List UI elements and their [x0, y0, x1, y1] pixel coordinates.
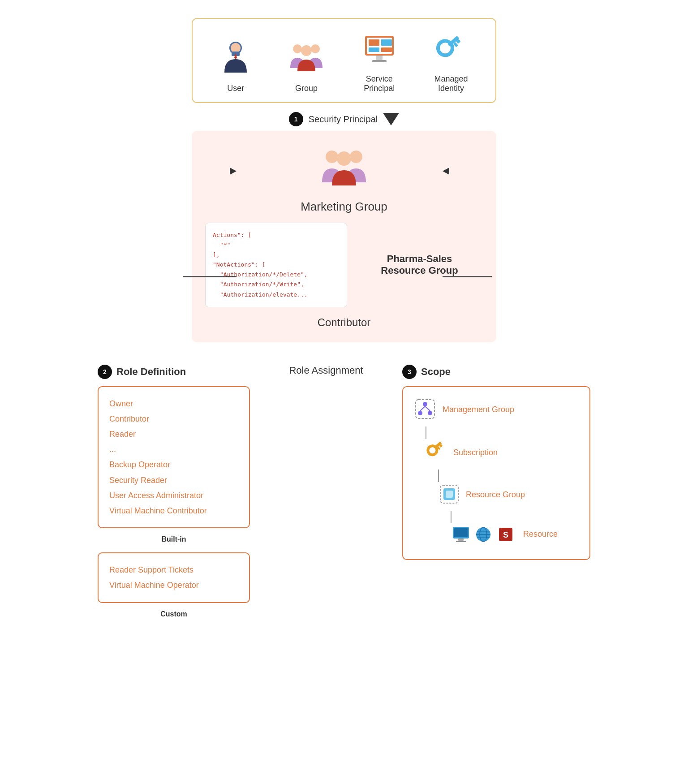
tree-line-1: [426, 426, 426, 439]
subscription-icon: [426, 441, 447, 465]
code-box: Actions": [ "*" ], "NotActions": [ "Auth…: [205, 223, 347, 307]
svg-point-23: [326, 151, 338, 163]
role-assignment-center-label: Role Assignment: [289, 365, 363, 376]
scope-title: Scope: [421, 366, 451, 378]
svg-rect-11: [369, 47, 379, 52]
tree-line-3: [451, 511, 452, 523]
management-group-label: Management Group: [443, 405, 514, 414]
marketing-group-label: Marketing Group: [301, 200, 387, 214]
svg-point-6: [301, 45, 312, 56]
role-definition-title: Role Definition: [116, 366, 186, 378]
svg-rect-38: [446, 491, 453, 498]
resource-icons: S: [452, 525, 515, 544]
principals-box: User Group: [192, 18, 496, 103]
svg-rect-12: [381, 47, 392, 52]
badge-1: 1: [289, 112, 303, 126]
down-arrow: [383, 113, 399, 125]
scope-resource-group: Resource Group: [414, 484, 579, 506]
resource-icon-globe: [474, 525, 493, 544]
role-assignment-area: Marketing Group Actions": [ "*" ], "NotA…: [192, 131, 496, 342]
custom-roles-box: Reader Support Tickets Virtual Machine O…: [98, 552, 250, 603]
principal-group: Group: [288, 39, 324, 93]
group-icon: [288, 39, 324, 79]
role-security-reader: Security Reader: [109, 473, 238, 488]
role-assignment-wrapper: Marketing Group Actions": [ "*" ], "NotA…: [98, 131, 590, 342]
group-label: Group: [295, 84, 318, 93]
svg-point-4: [293, 44, 302, 53]
svg-rect-40: [454, 528, 468, 537]
resource-label: Resource: [523, 530, 558, 539]
svg-point-27: [423, 402, 427, 406]
bottom-section: 2 Role Definition Owner Contributor Read…: [98, 365, 590, 618]
role-vm-contributor: Virtual Machine Contributor: [109, 503, 238, 518]
svg-point-24: [350, 151, 362, 163]
role-owner: Owner: [109, 396, 238, 411]
role-reader: Reader: [109, 426, 238, 442]
managed-identity-icon: [434, 32, 468, 70]
role-row: Actions": [ "*" ], "NotActions": [ "Auth…: [205, 223, 483, 307]
resource-icon-database: S: [496, 525, 515, 544]
svg-point-25: [337, 151, 351, 166]
security-principal-label: Security Principal: [309, 114, 378, 125]
resource-group-icon: [439, 484, 460, 506]
scope-box: Management Group: [402, 386, 590, 560]
principal-user: User: [220, 39, 251, 93]
role-assignment-label-column: Role Assignment: [277, 365, 375, 383]
role-definition-column: 2 Role Definition Owner Contributor Read…: [98, 365, 250, 618]
scope-column: 3 Scope Man: [402, 365, 590, 560]
managed-identity-label: Managed Identity: [434, 74, 468, 93]
role-user-access-admin: User Access Administrator: [109, 488, 238, 503]
svg-rect-13: [376, 56, 383, 60]
role-reader-support: Reader Support Tickets: [109, 562, 238, 577]
tree-line-2: [438, 470, 439, 482]
resource-icon-monitor: [452, 525, 470, 544]
principal-managed-identity: Managed Identity: [434, 32, 468, 93]
scope-management-group: Management Group: [414, 398, 579, 422]
svg-rect-9: [369, 39, 379, 46]
user-label: User: [227, 84, 244, 93]
service-principal-icon: [361, 32, 397, 70]
role-ellipsis: ...: [109, 442, 238, 457]
svg-point-5: [311, 44, 320, 53]
scope-header: 3 Scope: [402, 365, 590, 379]
svg-point-29: [428, 411, 432, 415]
marketing-group-icon: [319, 144, 369, 191]
svg-text:S: S: [503, 530, 508, 539]
svg-rect-41: [458, 538, 464, 541]
badge-2: 2: [98, 365, 112, 379]
custom-label: Custom: [98, 610, 250, 618]
svg-rect-10: [381, 39, 392, 46]
builtin-label: Built-in: [98, 535, 250, 543]
role-definition-header: 2 Role Definition: [98, 365, 250, 379]
subscription-label: Subscription: [453, 448, 498, 457]
badge-3: 3: [402, 365, 417, 379]
security-principal-arrow: 1 Security Principal: [98, 112, 590, 126]
management-group-icon: [414, 398, 436, 422]
user-icon: [220, 39, 251, 79]
svg-point-28: [418, 411, 422, 415]
contributor-label: Contributor: [318, 316, 371, 329]
role-contributor: Contributor: [109, 411, 238, 426]
svg-line-31: [425, 406, 430, 411]
svg-point-1: [231, 43, 241, 53]
svg-rect-42: [456, 541, 466, 542]
principal-service: Service Principal: [361, 32, 397, 93]
role-backup-operator: Backup Operator: [109, 457, 238, 472]
svg-rect-14: [372, 60, 387, 62]
scope-subscription: Subscription: [414, 441, 579, 465]
role-vm-operator: Virtual Machine Operator: [109, 577, 238, 593]
pharma-sales-label: Pharma-Sales Resource Group: [356, 223, 483, 307]
resource-group-label: Resource Group: [466, 490, 525, 500]
svg-line-30: [420, 406, 425, 411]
builtin-roles-box: Owner Contributor Reader ... Backup Oper…: [98, 386, 250, 529]
scope-resource: S Resource: [414, 525, 579, 544]
service-principal-label: Service Principal: [364, 74, 395, 93]
